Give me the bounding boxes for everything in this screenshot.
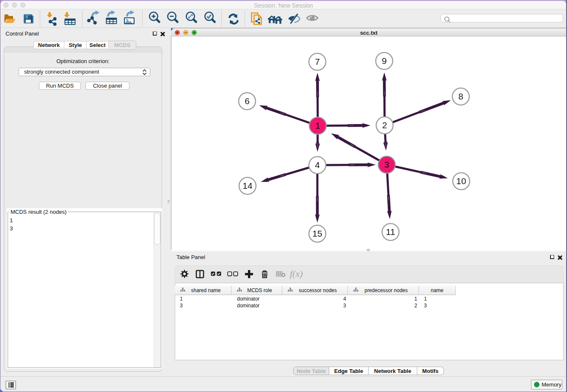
svg-text:6: 6 [245, 96, 250, 106]
svg-text:7: 7 [315, 57, 320, 66]
svg-text:2: 2 [382, 120, 387, 130]
svg-text:11: 11 [386, 227, 395, 237]
svg-text:1: 1 [315, 121, 320, 130]
svg-text:10: 10 [456, 176, 466, 186]
svg-text:3: 3 [384, 160, 389, 169]
svg-text:14: 14 [242, 181, 253, 190]
svg-text:9: 9 [382, 56, 387, 66]
svg-text:8: 8 [458, 91, 463, 101]
svg-text:4: 4 [315, 160, 320, 170]
svg-text:15: 15 [312, 229, 322, 238]
